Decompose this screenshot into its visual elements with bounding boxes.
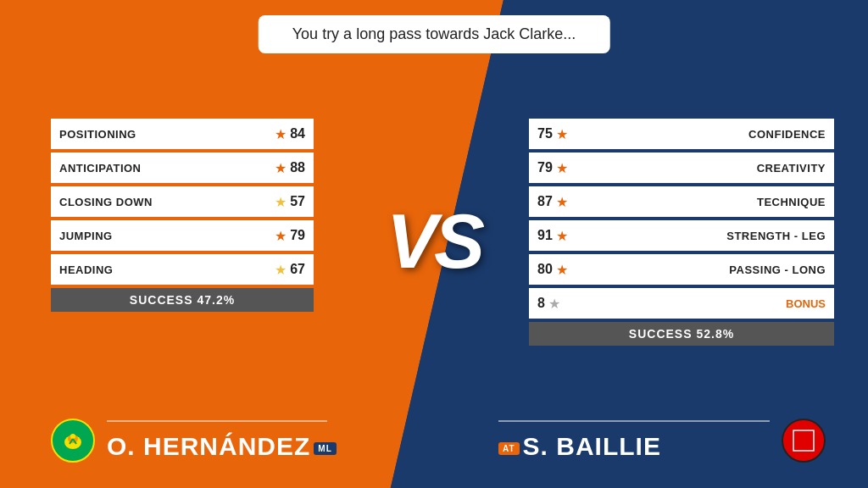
svg-rect-5	[793, 430, 802, 451]
right-player-divider	[498, 420, 770, 422]
stat-label: CLOSING DOWN	[59, 196, 153, 208]
star-icon: ★	[556, 228, 568, 244]
star-icon: ★	[275, 194, 287, 210]
star-icon: ★	[556, 126, 568, 142]
vs-label: VS	[387, 198, 481, 286]
stat-value-group: ★ 79	[275, 228, 305, 244]
left-stat-row: HEADING ★ 67	[51, 254, 314, 285]
stat-value-group: 79 ★	[537, 160, 568, 176]
stat-value-group: ★ 67	[275, 262, 305, 278]
svg-rect-6	[805, 430, 814, 451]
right-stat-row: 79 ★ CREATIVITY	[529, 152, 834, 183]
star-icon: ★	[275, 262, 287, 278]
stat-label: HEADING	[59, 263, 113, 276]
stat-value-group: 80 ★	[537, 262, 568, 278]
stat-number: 87	[537, 194, 553, 209]
stat-number: 79	[537, 160, 553, 175]
stat-number: 75	[537, 126, 553, 141]
left-stat-row: ANTICIPATION ★ 88	[51, 152, 314, 183]
stat-number: 88	[290, 160, 305, 175]
stat-label: TECHNIQUE	[757, 196, 826, 208]
right-player-name: ATS. BAILLIE	[498, 432, 770, 461]
right-stat-row: 75 ★ CONFIDENCE	[529, 119, 834, 149]
stat-label: CREATIVITY	[757, 162, 826, 175]
left-stat-row: CLOSING DOWN ★ 57	[51, 186, 314, 217]
left-stats-panel: POSITIONING ★ 84 ANTICIPATION ★ 88 CLOSI…	[51, 119, 314, 312]
left-player-badge: ML	[314, 442, 336, 455]
stat-label: CONFIDENCE	[748, 128, 826, 141]
svg-point-2	[70, 434, 75, 439]
stat-label: PASSING - LONG	[729, 263, 826, 276]
right-stat-row: 91 ★ STRENGTH - LEG	[529, 220, 834, 251]
norwich-badge	[51, 419, 95, 463]
star-icon: ★	[548, 296, 560, 312]
top-message-bar: You try a long pass towards Jack Clarke.…	[259, 15, 610, 53]
stat-value-group: ★ 84	[275, 126, 305, 142]
star-icon: ★	[556, 194, 568, 210]
stat-value-group: 75 ★	[537, 126, 568, 142]
stat-value-group: 8 ★	[537, 296, 560, 312]
right-stat-row: 80 ★ PASSING - LONG	[529, 254, 834, 285]
right-stats-panel: 75 ★ CONFIDENCE 79 ★ CREATIVITY 87 ★ TEC…	[529, 119, 834, 346]
right-success-bar: SUCCESS 52.8%	[529, 322, 834, 346]
stat-number: 67	[290, 262, 305, 277]
stat-value-group: ★ 88	[275, 160, 305, 176]
left-player-divider	[107, 420, 327, 422]
star-icon: ★	[275, 126, 287, 142]
stat-number: 79	[290, 228, 305, 243]
left-stat-row: JUMPING ★ 79	[51, 220, 314, 251]
stat-value-group: 91 ★	[537, 228, 568, 244]
stat-value-group: ★ 57	[275, 194, 305, 210]
star-icon: ★	[556, 160, 568, 176]
star-icon: ★	[556, 262, 568, 278]
stat-label: POSITIONING	[59, 128, 136, 141]
star-icon: ★	[275, 228, 287, 244]
stat-number: 8	[537, 296, 545, 311]
star-icon: ★	[275, 160, 287, 176]
stat-label: ANTICIPATION	[59, 162, 142, 175]
left-success-bar: SUCCESS 47.2%	[51, 288, 314, 312]
stat-number: 80	[537, 262, 553, 277]
stat-label: STRENGTH - LEG	[726, 230, 826, 242]
stat-label: JUMPING	[59, 230, 113, 242]
right-stat-row: 87 ★ TECHNIQUE	[529, 186, 834, 217]
sunderland-badge	[782, 419, 826, 463]
top-message-text: You try a long pass towards Jack Clarke.…	[292, 25, 576, 42]
right-stat-row: 8 ★ BONUS	[529, 288, 834, 319]
stat-value-group: 87 ★	[537, 194, 568, 210]
stat-label-bonus: BONUS	[786, 297, 826, 310]
right-player-section: ATS. BAILLIE	[498, 419, 826, 463]
stat-number: 91	[537, 228, 553, 243]
left-stat-row: POSITIONING ★ 84	[51, 119, 314, 149]
right-player-info: ATS. BAILLIE	[498, 420, 770, 461]
left-player-section: O. HERNÁNDEZML	[51, 419, 337, 463]
left-player-name: O. HERNÁNDEZML	[107, 432, 337, 461]
right-player-badge: AT	[498, 442, 520, 455]
stat-number: 84	[290, 126, 305, 141]
left-player-info: O. HERNÁNDEZML	[107, 420, 337, 461]
stat-number: 57	[290, 194, 305, 209]
